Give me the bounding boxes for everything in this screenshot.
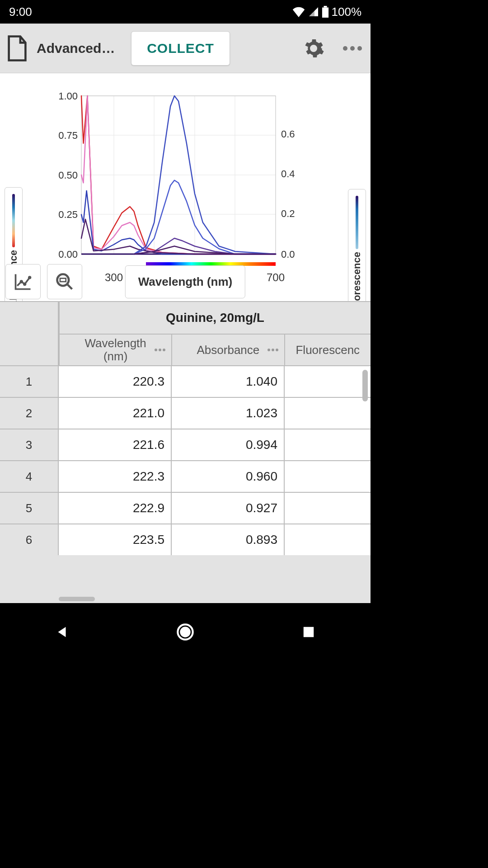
table-row[interactable]: 4222.30.960 xyxy=(0,460,371,492)
circle-home-icon xyxy=(176,623,194,641)
column-header-wavelength[interactable]: Wavelength(nm) xyxy=(60,335,172,365)
table-row[interactable]: 5222.90.927 xyxy=(0,492,371,524)
cell-fluorescence[interactable] xyxy=(285,398,371,429)
app-bar: Advanced … COLLECT xyxy=(0,24,371,73)
cell-absorbance[interactable]: 1.023 xyxy=(172,398,285,429)
battery-percent: 100% xyxy=(332,5,362,19)
svg-point-28 xyxy=(180,627,190,637)
cell-fluorescence[interactable] xyxy=(285,366,371,397)
svg-point-22 xyxy=(159,349,161,351)
svg-point-4 xyxy=(357,46,362,51)
sample-title[interactable]: Quinine, 20mg/L xyxy=(59,302,371,334)
y2-tick: 0.4 xyxy=(281,168,295,179)
svg-line-19 xyxy=(67,284,72,289)
more-horizontal-icon xyxy=(343,46,362,51)
cell-wavelength[interactable]: 222.3 xyxy=(59,461,172,492)
cell-wavelength[interactable]: 223.5 xyxy=(59,524,172,555)
column-header-label: Absorbance xyxy=(197,343,260,357)
row-index: 4 xyxy=(0,461,59,492)
x-axis-button[interactable]: Wavelength (nm) xyxy=(125,265,245,298)
table-rows[interactable]: 1220.31.0402221.01.0233221.60.9944222.30… xyxy=(0,365,371,603)
cell-wavelength[interactable]: 220.3 xyxy=(59,366,172,397)
zoom-reset-button[interactable] xyxy=(47,264,82,299)
cell-absorbance[interactable]: 1.040 xyxy=(172,366,285,397)
content: Absorbance Fluorescence xyxy=(0,73,371,603)
row-index: 3 xyxy=(0,429,59,460)
svg-point-15 xyxy=(20,280,23,283)
column-menu-button[interactable] xyxy=(154,348,166,352)
cell-fluorescence[interactable] xyxy=(285,461,371,492)
column-header-absorbance[interactable]: Absorbance xyxy=(172,335,285,365)
triangle-back-icon xyxy=(54,624,70,640)
column-header-label: Wavelength(nm) xyxy=(84,337,146,363)
svg-point-25 xyxy=(272,349,274,351)
system-nav-bar xyxy=(0,613,371,651)
row-index: 5 xyxy=(0,493,59,524)
cell-signal-icon xyxy=(308,6,319,17)
column-menu-button[interactable] xyxy=(267,348,279,352)
svg-point-18 xyxy=(57,274,69,286)
svg-point-2 xyxy=(343,46,347,51)
y-tick: 0.50 xyxy=(58,170,78,181)
cell-fluorescence[interactable] xyxy=(285,429,371,460)
frame-bottom xyxy=(0,603,371,613)
data-table[interactable]: Quinine, 20mg/L Wavelength(nm) Absorbanc… xyxy=(0,301,371,603)
cell-wavelength[interactable]: 221.0 xyxy=(59,398,172,429)
table-row[interactable]: 3221.60.994 xyxy=(0,429,371,460)
cell-wavelength[interactable]: 222.9 xyxy=(59,493,172,524)
file-icon[interactable] xyxy=(5,33,29,64)
cell-fluorescence[interactable] xyxy=(285,524,371,555)
status-bar: 9:00 100% xyxy=(0,0,371,24)
chart-series xyxy=(81,219,276,254)
svg-rect-20 xyxy=(60,278,66,282)
table-row[interactable]: 6223.50.893 xyxy=(0,524,371,555)
horizontal-scrollbar[interactable] xyxy=(59,597,95,601)
nav-recents-button[interactable] xyxy=(295,618,322,646)
y-tick: 0.00 xyxy=(58,249,78,260)
cell-wavelength[interactable]: 221.6 xyxy=(59,429,172,460)
table-row[interactable]: 1220.31.040 xyxy=(0,365,371,397)
svg-point-16 xyxy=(23,283,26,286)
column-header-label: Fluorescenc xyxy=(296,343,360,357)
vertical-scrollbar[interactable] xyxy=(362,370,368,401)
cell-absorbance[interactable]: 0.893 xyxy=(172,524,285,555)
y2-tick: 0.0 xyxy=(281,249,295,260)
cell-absorbance[interactable]: 0.927 xyxy=(172,493,285,524)
chart-options-button[interactable] xyxy=(5,264,41,299)
svg-rect-0 xyxy=(322,8,328,18)
svg-point-21 xyxy=(155,349,157,351)
more-options-button[interactable] xyxy=(339,35,366,62)
settings-button[interactable] xyxy=(300,35,327,62)
battery-icon xyxy=(322,6,329,18)
file-title[interactable]: Advanced … xyxy=(37,41,118,56)
chart-area[interactable]: Absorbance Fluorescence xyxy=(0,73,371,301)
svg-point-17 xyxy=(28,276,31,279)
y-tick: 1.00 xyxy=(58,90,78,102)
column-header-fluorescence[interactable]: Fluorescenc xyxy=(285,335,371,365)
svg-point-3 xyxy=(350,46,355,51)
row-index: 1 xyxy=(0,366,59,397)
collect-button[interactable]: COLLECT xyxy=(131,31,230,66)
cell-absorbance[interactable]: 0.994 xyxy=(172,429,285,460)
y2-tick: 0.2 xyxy=(281,208,295,219)
table-row[interactable]: 2221.01.023 xyxy=(0,397,371,429)
gear-icon xyxy=(303,38,324,59)
nav-back-button[interactable] xyxy=(48,618,75,646)
status-right: 100% xyxy=(292,5,362,19)
y-tick: 0.75 xyxy=(58,130,78,141)
svg-point-24 xyxy=(267,349,270,351)
cell-absorbance[interactable]: 0.960 xyxy=(172,461,285,492)
zoom-out-icon xyxy=(55,272,75,292)
chart-controls: Wavelength (nm) xyxy=(0,262,371,301)
svg-point-23 xyxy=(163,349,165,351)
y2-tick: 0.6 xyxy=(281,128,295,140)
row-index: 2 xyxy=(0,398,59,429)
table-corner xyxy=(0,302,59,365)
svg-point-26 xyxy=(276,349,278,351)
wifi-icon xyxy=(292,6,305,17)
chart-series xyxy=(81,191,276,254)
more-horizontal-icon xyxy=(154,348,166,352)
cell-fluorescence[interactable] xyxy=(285,493,371,524)
status-time: 9:00 xyxy=(9,5,32,19)
nav-home-button[interactable] xyxy=(172,618,199,646)
